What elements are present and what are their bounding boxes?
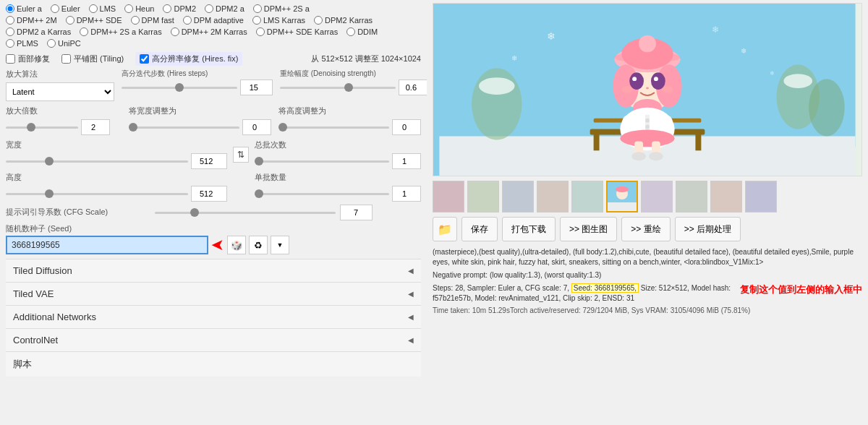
batch-size-input[interactable] [392, 186, 421, 202]
thumbnail-1[interactable] [433, 181, 464, 212]
sampler-dpmpp2m[interactable]: DPM++ 2M [6, 16, 57, 25]
sampler-lms-karras[interactable]: LMS Karras [252, 16, 305, 25]
height-input[interactable] [191, 186, 227, 202]
svg-text:❄: ❄ [547, 30, 556, 42]
annotation-text: 复制这个值到左侧的输入框中 [740, 283, 862, 296]
batch-size-label: 单批数量 [255, 172, 421, 183]
width-input[interactable] [191, 153, 227, 169]
width-adjust-slider[interactable] [129, 126, 239, 129]
width-adjust-input[interactable] [242, 119, 271, 135]
total-batches-label: 总批次数 [255, 139, 421, 150]
sampler-dpm-fast[interactable]: DPM fast [131, 16, 174, 25]
thumbnail-9[interactable] [710, 181, 742, 212]
sampler-ddim[interactable]: DDIM [346, 27, 378, 36]
upscaler-select[interactable]: Latent [6, 82, 114, 101]
svg-point-14 [639, 35, 656, 53]
seed-dropdown-button[interactable]: ▼ [271, 236, 289, 254]
upscale-factor-slider[interactable] [6, 126, 78, 129]
svg-point-4 [809, 79, 845, 136]
right-panel: ❄ ❄ ❄ ❄ ❄ [427, 0, 868, 425]
sampler-lms[interactable]: LMS [89, 4, 116, 13]
controlnet-header[interactable]: ControlNet ◀ [6, 329, 421, 351]
hires-steps-input[interactable] [240, 80, 273, 95]
tiling-checkbox[interactable]: 平铺图 (Tiling) [61, 53, 124, 64]
zip-download-button[interactable]: 打包下载 [502, 217, 556, 241]
width-label: 宽度 [6, 139, 227, 150]
recycle-button[interactable]: ♻ [249, 236, 268, 254]
svg-point-44 [616, 186, 629, 192]
thumbnail-strip [433, 181, 862, 212]
scale-info: 从 512×512 调整至 1024×1024 [311, 53, 421, 64]
hires-fix-checkbox[interactable]: 高分辨率修复 (Hires. fix) [135, 52, 242, 66]
upscale-factor-input[interactable] [81, 119, 110, 135]
generated-image: ❄ ❄ ❄ ❄ ❄ [433, 4, 861, 176]
tiled-diffusion-header[interactable]: Tiled Diffusion ◀ [6, 259, 421, 282]
sampler-dpmpp-sde[interactable]: DPM++ SDE [66, 16, 122, 25]
send-to-img2img-button[interactable]: >> 图生图 [560, 217, 617, 241]
options-row: 面部修复 平铺图 (Tiling) 高分辨率修复 (Hires. fix) 从 … [6, 52, 421, 66]
upscaler-block: 放大算法 Latent [6, 69, 114, 101]
face-restore-checkbox[interactable]: 面部修复 [6, 53, 50, 64]
left-panel: Euler a Euler LMS Heun DPM2 DPM2 a DPM++… [0, 0, 427, 425]
sampler-dpm2[interactable]: DPM2 [163, 4, 196, 13]
thumbnail-10[interactable] [745, 181, 777, 212]
swap-dimensions-button[interactable]: ⇅ [233, 147, 249, 163]
sampler-unipc[interactable]: UniPC [47, 39, 81, 48]
thumbnail-5[interactable] [571, 181, 603, 212]
folder-button[interactable]: 📁 [433, 217, 457, 241]
additional-networks-header[interactable]: Additional Networks ◀ [6, 306, 421, 328]
sampler-dpmpp-sde-karras[interactable]: DPM++ SDE Karras [256, 27, 338, 36]
thumbnail-6[interactable] [606, 181, 638, 212]
svg-point-15 [614, 51, 680, 63]
thumbnail-4[interactable] [537, 181, 569, 212]
thumbnail-7[interactable] [641, 181, 673, 212]
seed-label: 随机数种子 (Seed) [6, 223, 421, 234]
svg-point-25 [662, 86, 673, 93]
generated-image-container: ❄ ❄ ❄ ❄ ❄ [433, 3, 862, 176]
hires-steps-slider[interactable] [122, 87, 237, 89]
total-batches-input[interactable] [392, 153, 421, 169]
cfg-scale-input[interactable] [340, 205, 373, 220]
denoising-input[interactable] [399, 80, 427, 95]
total-batches-slider[interactable] [255, 160, 389, 163]
sampler-dpmpp2sa[interactable]: DPM++ 2S a [253, 4, 310, 13]
sampler-dpmpp2sa-karras[interactable]: DPM++ 2S a Karras [80, 27, 161, 36]
svg-rect-9 [594, 133, 600, 151]
sampler-dpm2a-karras[interactable]: DPM2 a Karras [6, 27, 71, 36]
red-arrow-icon: ➤ [211, 236, 224, 254]
svg-rect-42 [608, 202, 637, 211]
width-slider[interactable] [6, 160, 188, 163]
tiled-vae-header[interactable]: Tiled VAE ◀ [6, 283, 421, 305]
save-button[interactable]: 保存 [461, 217, 498, 241]
scripts-header[interactable]: 脚本 [6, 352, 421, 377]
thumbnail-3[interactable] [502, 181, 534, 212]
sampler-heun[interactable]: Heun [124, 4, 154, 13]
sampler-dpm2a[interactable]: DPM2 a [205, 4, 244, 13]
sampler-euler-a[interactable]: Euler a [6, 4, 42, 13]
sampler-euler[interactable]: Euler [51, 4, 80, 13]
height-adjust-input[interactable] [392, 119, 421, 135]
controlnet-section: ControlNet ◀ [6, 328, 421, 351]
dice-button[interactable]: 🎲 [227, 236, 246, 254]
svg-point-30 [645, 125, 650, 129]
height-slider[interactable] [6, 193, 188, 195]
sampler-dpmpp2m-karras[interactable]: DPM++ 2M Karras [171, 27, 247, 36]
svg-point-21 [632, 77, 637, 81]
cfg-scale-slider[interactable] [155, 212, 336, 214]
height-adjust-slider[interactable] [278, 126, 389, 129]
sampler-plms[interactable]: PLMS [6, 39, 38, 48]
tiled-vae-arrow-icon: ◀ [408, 290, 414, 298]
denoising-slider[interactable] [280, 87, 396, 89]
controlnet-arrow-icon: ◀ [408, 336, 414, 344]
sampler-dpm2-karras[interactable]: DPM2 Karras [314, 16, 373, 25]
batch-size-slider[interactable] [255, 193, 389, 195]
prompt-info: (masterpiece),(best quality),(ultra-deta… [433, 247, 862, 267]
thumbnail-8[interactable] [676, 181, 707, 212]
svg-point-20 [651, 72, 665, 90]
svg-text:❄: ❄ [741, 47, 746, 55]
redraw-button[interactable]: >> 重绘 [621, 217, 670, 241]
thumbnail-2[interactable] [467, 181, 499, 212]
sampler-dpm-adaptive[interactable]: DPM adaptive [183, 16, 244, 25]
post-process-button[interactable]: >> 后期处理 [675, 217, 741, 241]
seed-input[interactable] [6, 236, 208, 254]
